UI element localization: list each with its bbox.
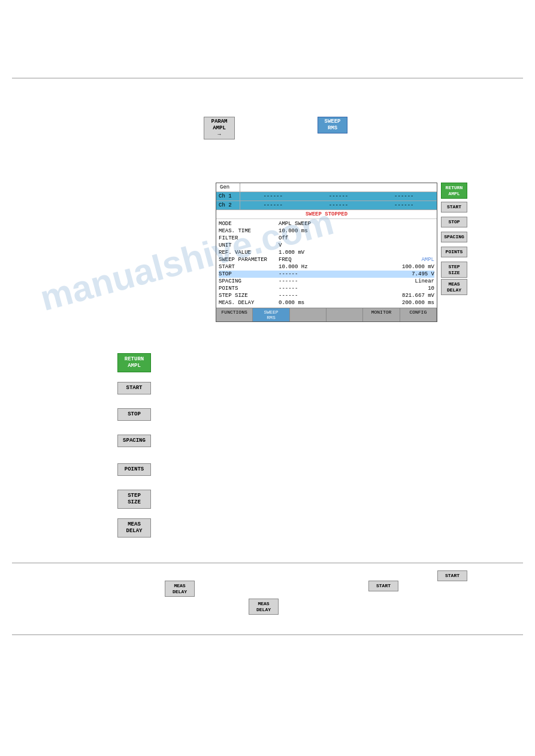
param-value: ------ — [279, 286, 386, 292]
header-col-3 — [371, 183, 437, 192]
param-value2: 821.667 mV — [386, 293, 434, 299]
param-row: POINTS------10 — [219, 285, 434, 292]
screen-spacing-button[interactable]: SPACING — [441, 232, 467, 242]
param-row: MEAS. DELAY0.000 ms200.000 ms — [219, 299, 434, 306]
ch2-val-1: ------ — [240, 201, 306, 210]
param-value: V — [279, 242, 386, 248]
left-meas-delay-button[interactable]: MEASDELAY — [117, 518, 151, 538]
param-row: STEP SIZE------821.667 mV — [219, 292, 434, 299]
param-value: 10.000 ms — [279, 228, 386, 234]
param-label: MODE — [219, 221, 279, 227]
param-list: MODEAMPL SWEEPMEAS. TIME10.000 msFILTERO… — [216, 219, 437, 308]
screen-header: Gen — [216, 183, 437, 192]
param-value2 — [386, 235, 434, 241]
header-col-1 — [240, 183, 306, 192]
gen-label: Gen — [216, 183, 240, 192]
param-label: MEAS. DELAY — [219, 300, 279, 306]
param-value: FREQ — [279, 257, 386, 263]
param-label: START — [219, 264, 279, 270]
param-value2: 10 — [386, 286, 434, 292]
screen-tabs[interactable]: FUNCTIONSSWEEP RMSMONITORCONFIG — [216, 308, 437, 321]
top-divider — [12, 78, 523, 78]
main-screen: Gen Ch 1 ------ ------ ------ Ch 2 -----… — [216, 183, 437, 322]
param-ampl-button[interactable]: PARAM AMPL → — [204, 117, 235, 139]
param-value2 — [386, 221, 434, 227]
bottom-divider-1 — [12, 563, 523, 563]
ch1-label: Ch 1 — [216, 192, 240, 201]
param-value2: 100.000 mV — [386, 264, 434, 270]
param-row: SWEEP PARAMETERFREQAMPL — [219, 256, 434, 263]
screen-tab[interactable] — [327, 308, 363, 321]
ch2-row: Ch 2 ------ ------ ------ — [216, 201, 437, 210]
header-col-2 — [306, 183, 371, 192]
param-row: MEAS. TIME10.000 ms — [219, 227, 434, 235]
ch2-val-2: ------ — [306, 201, 371, 210]
param-value: ------ — [279, 271, 386, 277]
param-value2 — [386, 250, 434, 256]
param-label: SWEEP PARAMETER — [219, 257, 279, 263]
left-spacing-button[interactable]: SPACING — [117, 435, 151, 447]
bottom-meas-delay-2-button[interactable]: MEASDELAY — [249, 599, 279, 615]
sweep-rms-button[interactable]: SWEEP RMS — [318, 117, 347, 133]
param-row: UNITV — [219, 242, 434, 249]
sweep-status: SWEEP STOPPED — [216, 210, 437, 219]
screen-tab[interactable]: FUNCTIONS — [216, 308, 253, 321]
ch1-val-3: ------ — [371, 192, 437, 201]
ch2-val-3: ------ — [371, 201, 437, 210]
param-value: ------ — [279, 278, 386, 284]
param-row: MODEAMPL SWEEP — [219, 220, 434, 227]
screen-meas-delay-button[interactable]: MEASDELAY — [441, 279, 467, 295]
param-value2: Linear — [386, 278, 434, 284]
param-row: STOP------7.495 V — [219, 271, 434, 278]
bottom-meas-delay-1-button[interactable]: MEASDELAY — [165, 581, 195, 597]
param-label: POINTS — [219, 286, 279, 292]
param-row: FILTEROff — [219, 235, 434, 242]
ch2-label: Ch 2 — [216, 201, 240, 210]
param-label: STEP SIZE — [219, 293, 279, 299]
param-row: SPACING------Linear — [219, 278, 434, 285]
param-value2 — [386, 242, 434, 248]
param-value: AMPL SWEEP — [279, 221, 386, 227]
bottom-divider-2 — [12, 634, 523, 635]
screen-return-ampl-button[interactable]: RETURNAMPL — [441, 183, 467, 199]
left-start-button[interactable]: START — [117, 382, 151, 394]
param-row: START10.000 Hz100.000 mV — [219, 263, 434, 271]
param-value2: 200.000 ms — [386, 300, 434, 306]
param-value: 0.000 ms — [279, 300, 386, 306]
screen-tab[interactable]: SWEEP RMS — [253, 308, 289, 321]
param-value2: AMPL — [386, 257, 434, 263]
param-label: FILTER — [219, 235, 279, 241]
param-value2 — [386, 228, 434, 234]
param-value: 1.000 mV — [279, 250, 386, 256]
left-step-size-button[interactable]: STEPSIZE — [117, 490, 151, 509]
param-value2: 7.495 V — [386, 271, 434, 277]
ch1-val-1: ------ — [240, 192, 306, 201]
param-label: SPACING — [219, 278, 279, 284]
screen-stop-button[interactable]: STOP — [441, 217, 467, 227]
param-row: REF. VALUE1.000 mV — [219, 249, 434, 256]
param-value: 10.000 Hz — [279, 264, 386, 270]
left-stop-button[interactable]: STOP — [117, 408, 151, 421]
bottom-start-button[interactable]: START — [437, 570, 467, 581]
param-label: MEAS. TIME — [219, 228, 279, 234]
screen-step-size-button[interactable]: STEPSIZE — [441, 262, 467, 278]
param-label: STOP — [219, 271, 279, 277]
screen-tab[interactable]: CONFIG — [400, 308, 437, 321]
ch1-row: Ch 1 ------ ------ ------ — [216, 192, 437, 201]
screen-tab[interactable]: MONITOR — [363, 308, 400, 321]
ch1-val-2: ------ — [306, 192, 371, 201]
param-value: ------ — [279, 293, 386, 299]
left-return-ampl-button[interactable]: RETURNAMPL — [117, 353, 151, 372]
screen-start-button[interactable]: START — [441, 202, 467, 212]
bottom-start-2-button[interactable]: START — [368, 581, 398, 591]
screen-tab[interactable] — [290, 308, 327, 321]
param-label: UNIT — [219, 242, 279, 248]
param-label: REF. VALUE — [219, 250, 279, 256]
left-points-button[interactable]: POINTS — [117, 463, 151, 476]
param-value: Off — [279, 235, 386, 241]
screen-points-button[interactable]: POINTS — [441, 247, 467, 257]
